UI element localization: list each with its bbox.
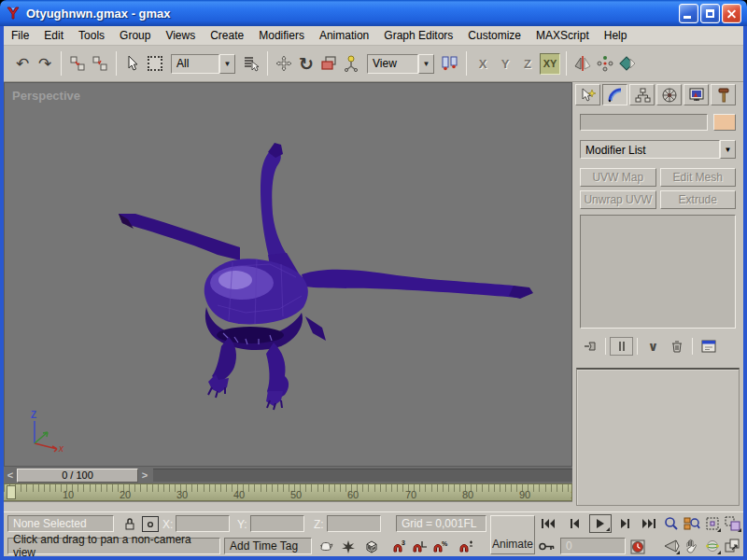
time-slider-track[interactable]	[153, 469, 572, 482]
menu-create[interactable]: Create	[203, 27, 251, 44]
previous-frame-button[interactable]	[563, 514, 585, 533]
tab-create[interactable]	[575, 84, 600, 105]
close-button[interactable]	[722, 4, 741, 23]
menu-help[interactable]: Help	[597, 27, 635, 44]
material-editor-button[interactable]	[616, 52, 639, 75]
rectangular-selection-region-button[interactable]	[144, 52, 166, 75]
animate-button[interactable]: Animate	[490, 515, 535, 554]
next-frame-button[interactable]	[614, 514, 637, 533]
object-name-row	[580, 114, 736, 131]
time-slider-next-button[interactable]: >	[138, 468, 151, 483]
object-name-field[interactable]	[580, 114, 708, 131]
selection-lock-button[interactable]	[121, 516, 138, 532]
menu-animation[interactable]: Animation	[312, 27, 376, 44]
menu-maxscript[interactable]: MAXScript	[529, 27, 597, 44]
object-color-swatch[interactable]	[713, 114, 736, 131]
chevron-down-icon[interactable]: ▼	[219, 54, 235, 74]
selection-filter-dropdown[interactable]: All ▼	[171, 54, 235, 74]
zoom-extents-all-button[interactable]	[723, 514, 742, 533]
tab-motion[interactable]	[656, 84, 682, 105]
viewport-label[interactable]: Perspective	[12, 89, 80, 103]
tick-label: 90	[511, 489, 539, 500]
track-bar[interactable]: 10 20 30 40 50 60 70 80 90 100	[4, 483, 572, 501]
zoom-button[interactable]	[661, 514, 681, 533]
snap-toggle-3d-button[interactable]: 3	[390, 539, 407, 554]
go-to-start-button[interactable]	[537, 514, 559, 533]
use-pivot-point-button[interactable]	[439, 52, 461, 75]
current-frame-field[interactable]: 0	[560, 538, 626, 554]
current-frame-marker[interactable]	[7, 485, 16, 499]
select-and-link-button[interactable]	[66, 52, 89, 75]
mirror-button[interactable]	[571, 52, 594, 75]
time-slider-button[interactable]: 0 / 100	[17, 469, 138, 483]
uvw-map-button[interactable]: UVW Map	[580, 168, 656, 187]
restrict-z-button[interactable]: Z	[517, 53, 538, 75]
tab-hierarchy[interactable]	[629, 84, 655, 105]
select-and-manipulate-button[interactable]	[340, 52, 362, 75]
select-and-move-button[interactable]	[273, 52, 295, 75]
configure-modifier-sets-button[interactable]	[697, 337, 720, 356]
edit-mesh-button[interactable]: Edit Mesh	[660, 168, 737, 187]
restrict-xy-plane-button[interactable]: XY	[540, 53, 560, 75]
minimize-button[interactable]	[679, 4, 698, 23]
menu-modifiers[interactable]: Modifiers	[251, 27, 312, 44]
redo-button[interactable]: ↷	[34, 52, 56, 75]
play-animation-button[interactable]	[589, 514, 612, 533]
select-by-name-button[interactable]	[240, 52, 262, 75]
menu-views[interactable]: Views	[158, 27, 203, 44]
chevron-down-icon[interactable]: ▼	[418, 54, 434, 74]
add-time-tag-field[interactable]: Add Time Tag	[224, 538, 312, 554]
select-object-button[interactable]	[121, 52, 144, 75]
time-slider-prev-button[interactable]: <	[4, 468, 17, 483]
menu-graph-editors[interactable]: Graph Editors	[376, 27, 460, 44]
otyugh-model[interactable]	[5, 83, 572, 467]
angle-snap-toggle-button[interactable]	[411, 539, 428, 554]
tab-modify[interactable]	[602, 84, 627, 105]
spinner-snap-toggle-button[interactable]	[458, 539, 474, 554]
show-end-result-button[interactable]	[610, 337, 633, 356]
absolute-offset-toggle[interactable]	[142, 516, 159, 532]
restrict-y-button[interactable]: Y	[495, 53, 515, 75]
tab-display[interactable]	[684, 84, 709, 105]
y-coord-field[interactable]	[250, 515, 304, 532]
title-bar[interactable]: Otyughnwn.gmax - gmax	[0, 0, 747, 26]
degradation-override-button[interactable]	[317, 539, 334, 554]
array-button[interactable]	[594, 52, 616, 75]
select-and-rotate-button[interactable]: ↻	[295, 52, 317, 75]
go-to-end-button[interactable]	[638, 514, 660, 533]
time-configuration-button[interactable]	[629, 539, 646, 554]
menu-group[interactable]: Group	[112, 27, 158, 44]
snap-burst-button[interactable]	[340, 539, 357, 554]
menu-customize[interactable]: Customize	[460, 27, 529, 44]
reference-coordinate-dropdown[interactable]: View ▼	[367, 54, 434, 74]
extrude-button[interactable]: Extrude	[660, 190, 737, 209]
menu-tools[interactable]: Tools	[71, 27, 112, 44]
field-of-view-button[interactable]	[661, 537, 681, 555]
unwrap-uvw-button[interactable]: Unwrap UVW	[580, 190, 656, 209]
z-coord-field[interactable]	[327, 515, 381, 532]
unlink-selection-button[interactable]	[89, 52, 111, 75]
x-coord-field[interactable]	[176, 515, 230, 532]
remove-modifier-button[interactable]	[665, 337, 688, 356]
transform-gizmo-cube-button[interactable]	[362, 539, 379, 554]
zoom-extents-button[interactable]	[702, 514, 722, 533]
make-unique-button[interactable]: ∨	[641, 337, 665, 356]
menu-edit[interactable]: Edit	[36, 27, 71, 44]
perspective-viewport[interactable]: Perspective Z x	[4, 82, 572, 467]
menu-file[interactable]: File	[4, 27, 36, 44]
zoom-all-button[interactable]	[682, 514, 701, 533]
modifier-list-dropdown[interactable]: Modifier List ▼	[580, 140, 736, 159]
set-key-button[interactable]	[538, 539, 555, 554]
percent-snap-toggle-button[interactable]: %	[431, 539, 448, 554]
tab-utilities[interactable]	[711, 84, 736, 105]
restrict-x-button[interactable]: X	[472, 53, 493, 75]
select-and-scale-button[interactable]	[317, 52, 340, 75]
pan-view-button[interactable]	[682, 537, 701, 555]
pin-stack-button[interactable]	[578, 337, 601, 356]
undo-button[interactable]: ↶	[11, 52, 34, 75]
maximize-button[interactable]	[700, 4, 720, 23]
min-max-toggle-button[interactable]	[723, 537, 742, 555]
chevron-down-icon[interactable]: ▼	[720, 140, 736, 159]
arc-rotate-button[interactable]	[702, 537, 722, 555]
modifier-stack-list[interactable]	[580, 215, 736, 329]
